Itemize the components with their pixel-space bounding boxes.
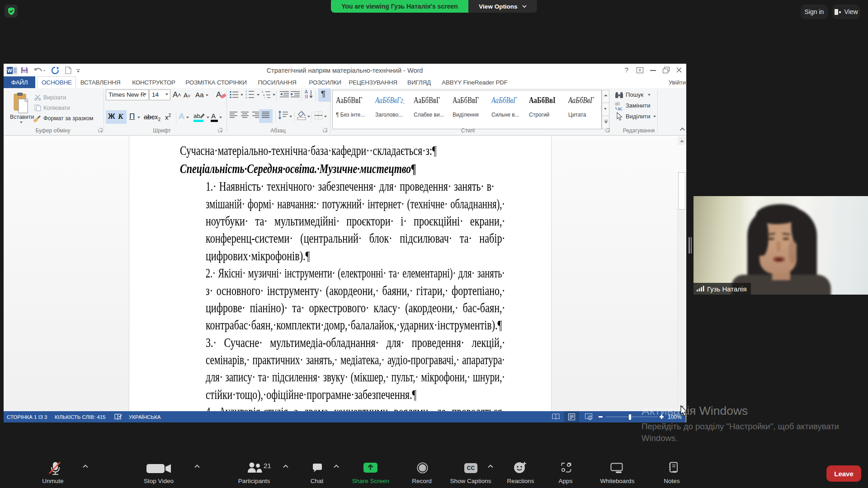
svg-text:А: А <box>305 89 308 94</box>
svg-text:ab: ab <box>193 113 200 119</box>
svg-text:3: 3 <box>245 96 247 99</box>
svg-text:1: 1 <box>262 90 264 93</box>
svg-text:ab: ab <box>615 101 620 106</box>
svg-text:W: W <box>7 68 12 73</box>
svg-text:1: 1 <box>245 90 247 93</box>
svg-text:A: A <box>211 112 216 120</box>
svg-text:Я: Я <box>305 94 308 99</box>
svg-text:2: 2 <box>245 93 247 96</box>
svg-text:i: i <box>264 96 265 99</box>
svg-text:А: А <box>216 90 222 99</box>
svg-text:ac: ac <box>618 106 623 111</box>
